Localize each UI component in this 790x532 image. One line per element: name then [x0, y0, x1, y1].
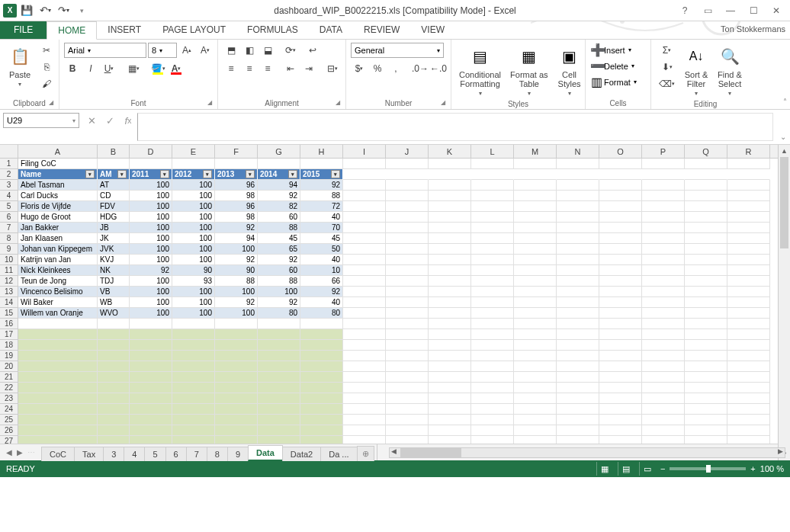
- cell[interactable]: [727, 212, 770, 223]
- underline-button[interactable]: U▾: [101, 61, 117, 76]
- cell[interactable]: [18, 425, 98, 436]
- cell[interactable]: [685, 255, 727, 265]
- tab-data[interactable]: DATA: [309, 21, 353, 39]
- cell[interactable]: [727, 255, 770, 265]
- cell[interactable]: [514, 361, 557, 372]
- cell[interactable]: [599, 308, 642, 319]
- cell[interactable]: AM▾: [98, 169, 130, 180]
- cell[interactable]: [642, 159, 685, 169]
- vertical-scrollbar[interactable]: ▲ ▼: [778, 145, 790, 460]
- cell[interactable]: [429, 233, 471, 244]
- fill-button[interactable]: ⬇▾: [656, 59, 678, 75]
- cell[interactable]: [429, 169, 471, 180]
- cell[interactable]: 92: [258, 297, 300, 308]
- cell[interactable]: [172, 436, 215, 444]
- col-header-N[interactable]: N: [557, 145, 599, 159]
- cell[interactable]: [557, 425, 599, 436]
- cell[interactable]: [343, 361, 386, 372]
- cell[interactable]: 100: [130, 223, 172, 233]
- cell[interactable]: 66: [300, 276, 343, 287]
- cell[interactable]: [343, 436, 386, 444]
- cell[interactable]: [514, 319, 557, 329]
- cell[interactable]: [599, 201, 642, 212]
- cell[interactable]: [599, 276, 642, 287]
- cell[interactable]: Floris de Vijfde: [18, 201, 98, 212]
- cell[interactable]: [343, 212, 386, 223]
- font-name-combo[interactable]: Arial▾: [64, 43, 146, 58]
- cell[interactable]: [685, 233, 727, 244]
- cell[interactable]: [258, 361, 300, 372]
- cell[interactable]: [642, 383, 685, 393]
- cell[interactable]: 100: [215, 308, 258, 319]
- align-top-button[interactable]: ⬒: [223, 43, 239, 58]
- cell[interactable]: 88: [258, 276, 300, 287]
- cell[interactable]: [258, 404, 300, 415]
- cell[interactable]: [130, 425, 172, 436]
- cell[interactable]: [386, 169, 429, 180]
- cell[interactable]: [557, 372, 599, 383]
- cell[interactable]: [642, 415, 685, 425]
- cell[interactable]: 100: [172, 244, 215, 255]
- cell[interactable]: 100: [258, 287, 300, 297]
- cell[interactable]: [130, 393, 172, 404]
- cell[interactable]: 88: [258, 223, 300, 233]
- cell[interactable]: [386, 159, 429, 169]
- cell[interactable]: [642, 372, 685, 383]
- cell[interactable]: [557, 361, 599, 372]
- cell[interactable]: [386, 383, 429, 393]
- cell[interactable]: JVK: [98, 244, 130, 255]
- cell[interactable]: [642, 233, 685, 244]
- cell[interactable]: [599, 233, 642, 244]
- cell[interactable]: [386, 180, 429, 191]
- cell[interactable]: [685, 361, 727, 372]
- row-header-2[interactable]: 2: [0, 169, 18, 180]
- decrease-indent-button[interactable]: ⇤: [282, 61, 299, 76]
- cell[interactable]: [429, 372, 471, 383]
- cell[interactable]: JB: [98, 223, 130, 233]
- cell[interactable]: 100: [130, 287, 172, 297]
- cell[interactable]: [514, 265, 557, 276]
- format-cells-button[interactable]: ▥Format▾: [590, 75, 637, 89]
- cell[interactable]: [386, 308, 429, 319]
- sheet-tab-4[interactable]: 4: [124, 447, 145, 461]
- copy-button[interactable]: ⎘: [38, 59, 55, 75]
- cell[interactable]: [386, 276, 429, 287]
- cell[interactable]: [343, 233, 386, 244]
- cell[interactable]: [215, 372, 258, 383]
- cell[interactable]: [386, 233, 429, 244]
- cell[interactable]: 60: [258, 265, 300, 276]
- cell[interactable]: [599, 425, 642, 436]
- cell[interactable]: [557, 383, 599, 393]
- ribbon-collapse-button[interactable]: ˄: [783, 98, 787, 106]
- cell[interactable]: [258, 351, 300, 361]
- cell[interactable]: [98, 372, 130, 383]
- filter-arrow[interactable]: ▾: [203, 170, 212, 178]
- cell[interactable]: [429, 415, 471, 425]
- cell[interactable]: [343, 415, 386, 425]
- cell[interactable]: 92: [300, 287, 343, 297]
- cell[interactable]: [471, 201, 514, 212]
- save-button[interactable]: 💾: [18, 2, 35, 19]
- alignment-launcher[interactable]: ◢: [336, 99, 343, 107]
- cell[interactable]: [727, 361, 770, 372]
- percent-button[interactable]: %: [369, 61, 386, 76]
- filter-arrow[interactable]: ▾: [331, 170, 340, 178]
- cell[interactable]: 2011▾: [130, 169, 172, 180]
- cell[interactable]: [300, 361, 343, 372]
- cell[interactable]: [471, 297, 514, 308]
- cell[interactable]: [685, 212, 727, 223]
- row-header-18[interactable]: 18: [0, 340, 18, 351]
- cell[interactable]: WVO: [98, 308, 130, 319]
- cell[interactable]: [215, 159, 258, 169]
- cell[interactable]: [727, 340, 770, 351]
- cell[interactable]: [557, 233, 599, 244]
- cell[interactable]: [557, 159, 599, 169]
- cell[interactable]: [727, 276, 770, 287]
- cell[interactable]: 100: [172, 287, 215, 297]
- row-header-3[interactable]: 3: [0, 180, 18, 191]
- cell[interactable]: Jan Bakker: [18, 223, 98, 233]
- cell[interactable]: [685, 436, 727, 444]
- cell[interactable]: [98, 383, 130, 393]
- cell[interactable]: [429, 159, 471, 169]
- increase-decimal-button[interactable]: .0→: [412, 61, 429, 76]
